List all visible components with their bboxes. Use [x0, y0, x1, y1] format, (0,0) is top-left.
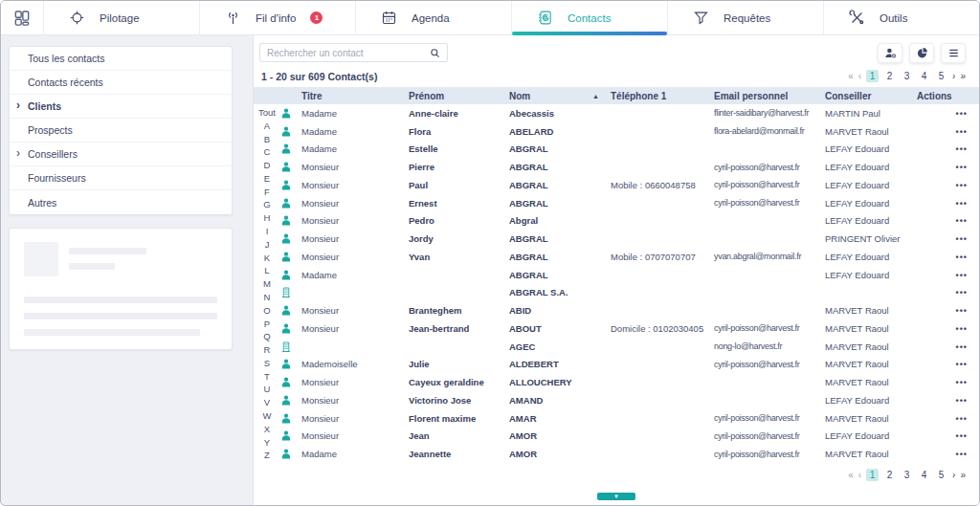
alpha-filter-v[interactable]: V	[264, 398, 270, 407]
alpha-filter-i[interactable]: I	[266, 227, 269, 236]
first-page-button[interactable]: «	[848, 469, 854, 481]
alpha-filter-t[interactable]: T	[264, 372, 270, 382]
page-3-button[interactable]: 3	[901, 469, 913, 481]
alpha-filter-d[interactable]: D	[264, 161, 271, 170]
search-icon[interactable]	[430, 48, 440, 58]
row-actions-button[interactable]: •••	[956, 342, 968, 352]
alpha-filter-z[interactable]: Z	[264, 451, 270, 460]
pie-chart-button[interactable]	[909, 43, 934, 63]
page-5-button[interactable]: 5	[935, 469, 947, 481]
page-4-button[interactable]: 4	[918, 469, 930, 481]
table-row[interactable]: Monsieur Paul ABGRAL Mobile : 0660048758…	[280, 176, 979, 194]
alpha-filter-h[interactable]: H	[264, 213, 271, 223]
search-input[interactable]	[267, 48, 430, 58]
page-1-button[interactable]: 1	[866, 469, 879, 481]
row-actions-button[interactable]: •••	[956, 199, 968, 209]
row-actions-button[interactable]: •••	[956, 378, 968, 387]
header-email[interactable]: Email personnel	[714, 91, 825, 101]
table-row[interactable]: Mademoiselle Julie ALDEBERT cyril-poisso…	[280, 356, 979, 374]
table-row[interactable]: Monsieur Branteghem ABID MARVET Raoul ••…	[280, 301, 979, 319]
table-row[interactable]: Monsieur Yvan ABGRAL Mobile : 0707070707…	[280, 248, 979, 266]
alpha-filter-g[interactable]: G	[263, 200, 270, 209]
row-actions-button[interactable]: •••	[956, 163, 968, 172]
alpha-filter-a[interactable]: A	[264, 121, 270, 131]
row-actions-button[interactable]: •••	[956, 360, 968, 369]
table-row[interactable]: Madame Anne-claire Abecassis flinter-sai…	[280, 104, 979, 122]
alpha-filter-o[interactable]: O	[263, 306, 270, 316]
next-page-button[interactable]: ›	[952, 70, 955, 82]
menu-button[interactable]	[941, 43, 966, 63]
table-row[interactable]: Monsieur Jean-bertrand ABOUT Domicile : …	[280, 319, 979, 338]
header-telephone[interactable]: Téléphone 1	[611, 91, 714, 101]
alpha-filter-k[interactable]: K	[264, 253, 270, 263]
page-2-button[interactable]: 2	[883, 70, 896, 82]
nav-tab-fil-d-info[interactable]: Fil d'info 1	[200, 1, 356, 34]
row-actions-button[interactable]: •••	[956, 288, 968, 297]
row-actions-button[interactable]: •••	[956, 181, 968, 190]
alpha-filter-q[interactable]: Q	[263, 332, 270, 341]
app-logo-icon[interactable]	[1, 1, 44, 34]
table-row[interactable]: Monsieur Cayeux geraldine ALLOUCHERY MAR…	[280, 373, 979, 391]
table-row[interactable]: Madame Jeannette AMOR cyril-poisson@harv…	[280, 445, 979, 463]
alpha-filter-s[interactable]: S	[264, 359, 270, 368]
first-page-button[interactable]: «	[848, 70, 854, 82]
scroll-down-pill[interactable]: ▼	[597, 493, 635, 500]
add-contact-button[interactable]	[878, 43, 902, 63]
sort-ascending-icon[interactable]: ▲	[592, 93, 599, 99]
table-row[interactable]: Monsieur Pedro Abgral LEFAY Edouard •••	[280, 212, 979, 231]
table-row[interactable]: AGEC nong-lo@harvest.fr MARVET Raoul •••	[280, 338, 979, 356]
alpha-filter-r[interactable]: R	[264, 345, 271, 355]
table-row[interactable]: Monsieur Jean AMOR cyril-poisson@harvest…	[280, 428, 979, 446]
page-3-button[interactable]: 3	[901, 70, 913, 82]
alpha-filter-f[interactable]: F	[264, 187, 270, 197]
alpha-filter-b[interactable]: B	[264, 135, 270, 144]
row-actions-button[interactable]: •••	[956, 109, 968, 119]
alpha-filter-p[interactable]: P	[264, 319, 270, 329]
row-actions-button[interactable]: •••	[956, 216, 968, 226]
row-actions-button[interactable]: •••	[956, 450, 968, 459]
last-page-button[interactable]: »	[960, 469, 966, 481]
previous-page-button[interactable]: ‹	[858, 70, 861, 82]
alpha-filter-l[interactable]: L	[264, 266, 269, 275]
row-actions-button[interactable]: •••	[956, 306, 968, 316]
row-actions-button[interactable]: •••	[956, 396, 968, 406]
nav-tab-requetes[interactable]: Requêtes	[668, 1, 824, 34]
alpha-filter-tout[interactable]: Tout	[258, 108, 276, 118]
previous-page-button[interactable]: ‹	[858, 469, 861, 481]
alpha-filter-u[interactable]: U	[264, 385, 271, 394]
row-actions-button[interactable]: •••	[956, 414, 968, 424]
page-1-button[interactable]: 1	[866, 70, 879, 82]
sidebar-item-prospects[interactable]: › Prospects	[10, 119, 232, 143]
next-page-button[interactable]: ›	[952, 469, 955, 481]
row-actions-button[interactable]: •••	[956, 127, 968, 137]
row-actions-button[interactable]: •••	[956, 253, 968, 262]
page-2-button[interactable]: 2	[883, 469, 896, 481]
header-nom[interactable]: Nom ▲	[509, 91, 611, 101]
table-row[interactable]: Monsieur Ernest ABGRAL cyril-poisson@har…	[280, 194, 979, 212]
alpha-filter-w[interactable]: W	[263, 411, 272, 421]
alpha-filter-j[interactable]: J	[265, 240, 270, 250]
sidebar-item-autres[interactable]: › Autres	[10, 190, 232, 214]
nav-tab-outils[interactable]: Outils	[824, 1, 979, 34]
table-row[interactable]: Madame ABGRAL LEFAY Edouard •••	[280, 266, 979, 284]
nav-tab-contacts[interactable]: Contacts	[512, 1, 668, 34]
row-actions-button[interactable]: •••	[956, 271, 968, 280]
header-conseiller[interactable]: Conseiller	[825, 91, 917, 101]
row-actions-button[interactable]: •••	[956, 431, 968, 441]
sidebar-item-clients[interactable]: › Clients	[10, 95, 232, 119]
sidebar-item-tous-les-contacts[interactable]: › Tous les contacts	[10, 47, 232, 71]
row-actions-button[interactable]: •••	[956, 234, 968, 244]
alpha-filter-m[interactable]: M	[263, 279, 271, 289]
alpha-filter-n[interactable]: N	[264, 293, 271, 302]
table-row[interactable]: ABGRAL S.A. •••	[280, 284, 979, 302]
nav-tab-agenda[interactable]: Agenda	[356, 1, 512, 34]
table-row[interactable]: Monsieur Jordy ABGRAL PRINGENT Olivier •…	[280, 230, 979, 248]
row-actions-button[interactable]: •••	[956, 144, 968, 154]
table-row[interactable]: Monsieur Pierre ABGRAL cyril-poisson@har…	[280, 158, 979, 176]
header-prenom[interactable]: Prénom	[409, 91, 509, 101]
header-titre[interactable]: Titre	[301, 91, 409, 101]
sidebar-item-conseillers[interactable]: › Conseillers	[10, 143, 232, 166]
table-row[interactable]: Madame Estelle ABGRAL LEFAY Edouard •••	[280, 141, 979, 159]
alpha-filter-x[interactable]: X	[264, 425, 270, 434]
nav-tab-pilotage[interactable]: Pilotage	[44, 1, 200, 34]
